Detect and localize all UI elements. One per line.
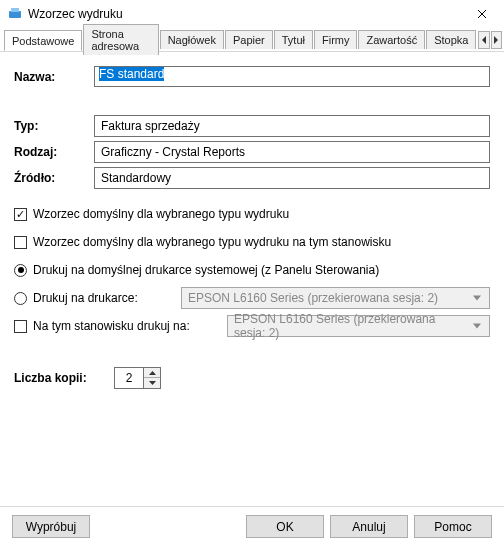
copies-input[interactable] [115,368,143,388]
check-default-station-label: Wzorzec domyślny dla wybranego typu wydr… [33,235,391,249]
tab-tytul[interactable]: Tytuł [274,30,313,49]
ok-button[interactable]: OK [246,515,324,538]
name-label: Nazwa: [14,70,94,84]
tab-zawartosc[interactable]: Zawartość [358,30,425,49]
try-button[interactable]: Wypróbuj [12,515,90,538]
name-input[interactable]: FS standard [94,66,490,87]
source-label: Źródło: [14,171,94,185]
tab-strona-adresowa[interactable]: Strona adresowa [83,24,158,55]
type-label: Typ: [14,119,94,133]
svg-marker-6 [149,371,156,375]
svg-marker-7 [149,381,156,385]
printer-select-1[interactable]: EPSON L6160 Series (przekierowana sesja:… [181,287,490,309]
cancel-button[interactable]: Anuluj [330,515,408,538]
tab-scroll-right[interactable] [491,31,502,49]
close-button[interactable] [460,0,504,28]
radio-printer[interactable] [14,292,27,305]
tab-firmy[interactable]: Firmy [314,30,358,49]
tab-scroll-left[interactable] [478,31,489,49]
source-field[interactable]: Standardowy [94,167,490,189]
spinner-down[interactable] [144,378,160,388]
radio-system-printer-label: Drukuj na domyślnej drukarce systemowej … [33,263,379,277]
check-station-printer[interactable] [14,320,27,333]
app-icon [8,7,22,21]
printer-select-2[interactable]: EPSON L6160 Series (przekierowana sesja:… [227,315,490,337]
check-default-station[interactable] [14,236,27,249]
tab-stopka[interactable]: Stopka [426,30,476,49]
kind-field[interactable]: Graficzny - Crystal Reports [94,141,490,163]
spinner-up[interactable] [144,368,160,378]
kind-label: Rodzaj: [14,145,94,159]
copies-label: Liczba kopii: [14,371,114,385]
tab-bar: Podstawowe Strona adresowa Nagłówek Papi… [0,28,504,52]
svg-marker-5 [494,36,498,44]
tab-naglowek[interactable]: Nagłówek [160,30,224,49]
radio-system-printer[interactable] [14,264,27,277]
tab-podstawowe[interactable]: Podstawowe [4,30,82,51]
copies-spinner[interactable] [114,367,161,389]
check-default-template-label: Wzorzec domyślny dla wybranego typu wydr… [33,207,289,221]
radio-printer-label: Drukuj na drukarce: [33,291,173,305]
svg-rect-0 [9,11,21,18]
type-field[interactable]: Faktura sprzedaży [94,115,490,137]
window-title: Wzorzec wydruku [28,7,123,21]
check-station-printer-label: Na tym stanowisku drukuj na: [33,319,219,333]
help-button[interactable]: Pomoc [414,515,492,538]
svg-marker-4 [482,36,486,44]
tab-papier[interactable]: Papier [225,30,273,49]
check-default-template[interactable] [14,208,27,221]
svg-rect-1 [11,8,19,12]
